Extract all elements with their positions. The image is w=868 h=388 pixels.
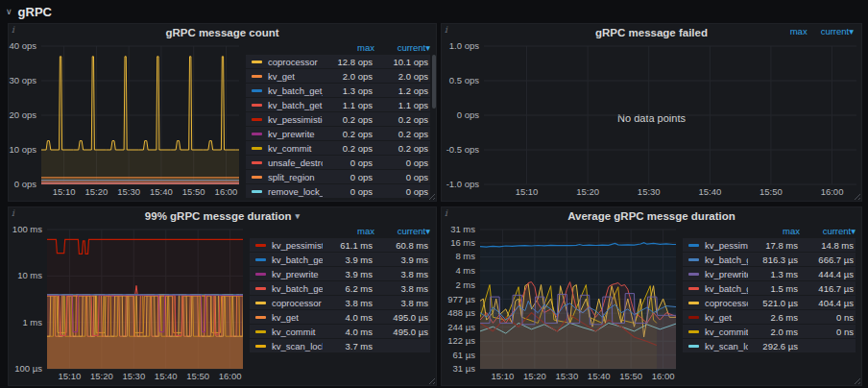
legend-row[interactable]: kv_batch_get_command816.3 µs666.7 µs <box>683 253 856 266</box>
legend-sort-max[interactable]: max <box>325 226 374 238</box>
series-name[interactable]: unsafe_destroy_range <box>268 158 323 168</box>
panel-info-icon[interactable]: i <box>445 25 447 35</box>
series-name[interactable]: kv_pessimistic_lock <box>705 240 748 251</box>
series-current-value: 0 ns <box>798 312 854 323</box>
svg-text:0 ops: 0 ops <box>457 109 479 120</box>
series-color-icon <box>255 316 266 319</box>
series-name[interactable]: kv_commit <box>268 143 323 154</box>
panel-menu-caret-icon[interactable]: ▾ <box>296 211 301 221</box>
series-name[interactable]: remove_lock_observer <box>268 186 323 197</box>
series-name[interactable]: kv_get <box>268 71 323 82</box>
legend-scrollbar[interactable] <box>432 55 436 109</box>
legend-row[interactable]: kv_pessimistic_lock0.2 ops0.2 ops <box>246 112 430 126</box>
series-current-value: 3.8 ms <box>373 269 428 279</box>
svg-text:977 µs: 977 µs <box>447 294 475 304</box>
legend-row[interactable]: kv_scan_lock292.6 µs <box>683 339 856 352</box>
legend-row[interactable]: kv_prewrite3.9 ms3.8 ms <box>250 267 430 280</box>
legend-row[interactable]: kv_batch_get_command1.3 ops1.2 ops <box>246 84 430 97</box>
legend-sort-max[interactable]: max <box>750 226 800 238</box>
series-name[interactable]: kv_batch_get_command <box>268 85 323 96</box>
legend-header: max current▾ <box>790 26 854 36</box>
legend-row[interactable]: kv_batch_get_command3.9 ms3.9 ms <box>250 253 430 266</box>
panel-99-duration: i 99% gRPC messge duration ▾ 100 µs1 ms1… <box>8 206 437 386</box>
legend-sort-current[interactable]: current▾ <box>374 226 430 238</box>
svg-text:15:20: 15:20 <box>576 186 599 197</box>
legend-row[interactable]: kv_get4.0 ms495.0 µs <box>250 310 430 324</box>
legend-row[interactable]: kv_commit2.0 ms0 ns <box>683 325 856 338</box>
svg-text:15:30: 15:30 <box>638 186 661 197</box>
series-name[interactable]: kv_scan_lock <box>272 341 323 352</box>
legend-row[interactable]: kv_batch_get6.2 ms3.8 ms <box>250 281 430 295</box>
avg-duration-chart[interactable]: 31 µs61 µs122 µs244 µs488 µs977 µs2 ms4 … <box>442 225 681 383</box>
series-name[interactable]: kv_batch_get_command <box>272 255 323 265</box>
panel-title[interactable]: gRPC message count <box>9 24 436 41</box>
series-name[interactable]: kv_batch_get <box>268 100 323 110</box>
svg-text:488 µs: 488 µs <box>447 307 475 318</box>
panel-info-icon[interactable]: i <box>12 208 14 218</box>
series-max-value: 61.1 ms <box>323 240 373 251</box>
series-current-value: 495.0 µs <box>373 312 428 323</box>
chevron-down-icon[interactable]: ∨ <box>6 7 12 16</box>
panel-info-icon[interactable]: i <box>445 208 447 218</box>
series-name[interactable]: kv_get <box>705 312 748 323</box>
series-max-value: 0.2 ops <box>323 129 373 139</box>
p99-duration-chart[interactable]: 100 µs1 ms10 ms100 ms15:1015:2015:3015:4… <box>9 225 248 383</box>
panel-title[interactable]: 99% gRPC messge duration ▾ <box>9 207 436 225</box>
panel-info-icon[interactable]: i <box>12 25 14 35</box>
message-count-legend: max current▾ coprocessor12.8 ops10.1 ops… <box>244 41 436 199</box>
legend-sort-current[interactable]: current▾ <box>821 26 854 36</box>
legend-row[interactable]: kv_commit0.2 ops0.2 ops <box>246 141 430 155</box>
series-name[interactable]: coprocessor <box>272 298 323 308</box>
legend-row[interactable]: kv_scan_lock3.7 ms <box>250 339 430 352</box>
series-name[interactable]: kv_pessimistic_lock <box>272 240 323 251</box>
legend-row[interactable]: kv_pessimistic_lock61.1 ms60.8 ms <box>250 238 430 252</box>
series-current-value: 1.1 ops <box>373 100 428 110</box>
series-name[interactable]: split_region <box>268 172 323 182</box>
svg-text:15:30: 15:30 <box>555 371 578 381</box>
legend-row[interactable]: kv_pessimistic_lock17.8 ms14.8 ms <box>683 238 856 252</box>
legend-row[interactable]: remove_lock_observer0 ops0 ops <box>246 184 430 198</box>
series-name[interactable]: coprocessor <box>705 298 748 308</box>
legend-row[interactable]: kv_batch_get1.1 ops1.1 ops <box>246 98 430 111</box>
legend-row[interactable]: kv_batch_get1.5 ms416.7 µs <box>683 281 856 295</box>
legend-row[interactable]: coprocessor521.0 µs404.4 µs <box>683 296 856 309</box>
legend-row[interactable]: coprocessor12.8 ops10.1 ops <box>246 55 430 68</box>
dashboard-row-header[interactable]: ∨ gRPC <box>6 3 52 20</box>
series-name[interactable]: kv_batch_get_command <box>705 255 748 265</box>
legend-row[interactable]: coprocessor3.8 ms3.8 ms <box>250 296 430 309</box>
legend-row[interactable]: kv_prewrite1.3 ms444.4 µs <box>683 267 856 280</box>
series-name[interactable]: kv_commit <box>272 327 323 337</box>
series-current-value: 2.0 ops <box>373 71 428 82</box>
svg-text:8 ms: 8 ms <box>455 251 475 261</box>
legend-sort-max[interactable]: max <box>325 42 374 55</box>
legend-row[interactable]: unsafe_destroy_range0 ops0 ops <box>246 156 430 169</box>
legend-sort-current[interactable]: current▾ <box>374 42 430 55</box>
series-name[interactable]: kv_scan_lock <box>705 341 748 352</box>
message-count-chart[interactable]: 0 ops10 ops20 ops30 ops40 ops15:1015:201… <box>9 41 244 199</box>
legend-row[interactable]: kv_get2.6 ms0 ns <box>683 310 856 324</box>
series-current-value: 666.7 µs <box>798 255 854 265</box>
series-name[interactable]: kv_batch_get <box>272 283 323 294</box>
panel-grpc-message-failed: i gRPC message failed No data points -1.… <box>441 23 862 202</box>
legend-row[interactable]: kv_get2.0 ops2.0 ops <box>246 69 430 83</box>
legend-sort-max[interactable]: max <box>790 26 808 36</box>
svg-text:100 µs: 100 µs <box>14 363 42 374</box>
series-name[interactable]: kv_get <box>272 312 323 323</box>
series-name[interactable]: kv_pessimistic_lock <box>268 114 323 125</box>
series-current-value: 0 ops <box>373 172 428 182</box>
series-name[interactable]: kv_prewrite <box>272 269 323 279</box>
legend-row[interactable]: kv_commit4.0 ms495.0 µs <box>250 325 430 338</box>
svg-text:0 ops: 0 ops <box>14 179 36 189</box>
series-name[interactable]: kv_batch_get <box>705 283 748 294</box>
message-failed-chart[interactable]: No data points -1.0 ops-0.5 ops0 ops0.5 … <box>442 41 861 199</box>
legend-row[interactable]: kv_prewrite0.2 ops0.2 ops <box>246 127 430 140</box>
series-name[interactable]: kv_commit <box>705 327 748 337</box>
panel-title[interactable]: Average gRPC messge duration <box>442 207 861 225</box>
series-max-value: 3.8 ms <box>323 298 373 308</box>
legend-row[interactable]: split_region0 ops0 ops <box>246 170 430 183</box>
legend-sort-current[interactable]: current▾ <box>800 226 856 238</box>
series-name[interactable]: coprocessor <box>268 57 323 67</box>
series-name[interactable]: kv_prewrite <box>268 129 323 139</box>
series-name[interactable]: kv_prewrite <box>705 269 748 279</box>
series-color-icon <box>252 176 262 179</box>
